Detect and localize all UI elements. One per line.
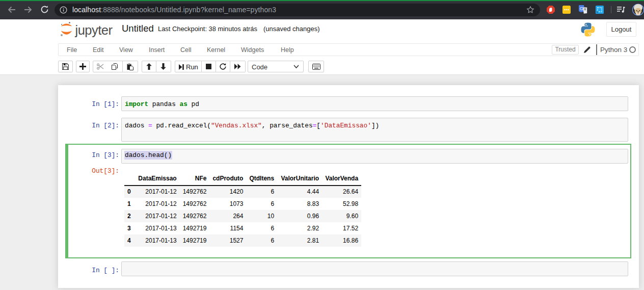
svg-text:G: G xyxy=(580,6,583,11)
